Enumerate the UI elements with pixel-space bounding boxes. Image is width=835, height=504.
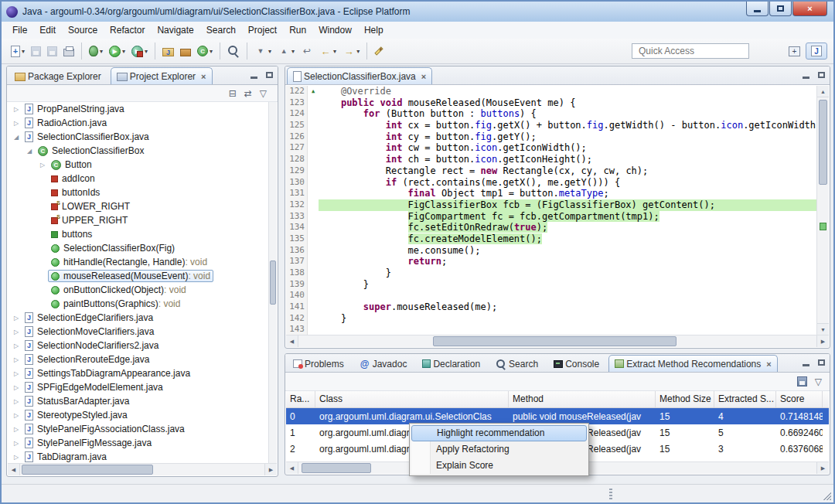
column-header-extracted-s[interactable]: Extracted S... bbox=[714, 391, 776, 407]
collapse-all-icon[interactable]: ⊟ bbox=[229, 88, 237, 99]
tree-item[interactable]: ▷StatusBarAdapter.java bbox=[8, 394, 268, 408]
scroll-left-button[interactable]: ◀ bbox=[8, 464, 20, 475]
dropdown-arrow-icon[interactable]: ▾ bbox=[122, 48, 125, 55]
view-menu-icon[interactable]: ▽ bbox=[815, 376, 822, 387]
scroll-down-button[interactable]: ▼ bbox=[817, 323, 829, 335]
maximize-button[interactable] bbox=[769, 2, 792, 16]
column-header-score[interactable]: Score bbox=[776, 391, 823, 407]
forward-button[interactable]: →▾ bbox=[339, 42, 363, 60]
menu-file[interactable]: File bbox=[6, 22, 33, 38]
tree-expander-icon[interactable]: ▷ bbox=[11, 454, 22, 461]
tree-hscrollbar[interactable]: ◀ ▶ bbox=[8, 463, 277, 475]
tree-item[interactable]: ◢SelectionClassifierBox.java bbox=[8, 130, 268, 144]
tab-javadoc[interactable]: Javadoc bbox=[353, 355, 416, 372]
code-line[interactable]: 141 super.mouseReleased(me); bbox=[286, 301, 816, 313]
code-line[interactable]: 124 for (Button button : buttons) { bbox=[286, 108, 816, 120]
close-button[interactable]: × bbox=[792, 2, 827, 16]
tree-item[interactable]: ◢SelectionClassifierBox bbox=[8, 144, 268, 158]
code-line[interactable]: 133 FigCompartment fc = fcb.getCompartme… bbox=[286, 211, 816, 223]
menu-navigate[interactable]: Navigate bbox=[151, 22, 199, 38]
code-line[interactable]: 137 return; bbox=[286, 256, 816, 267]
code-line[interactable]: 138 } bbox=[286, 267, 816, 279]
tree-expander-icon[interactable]: ▷ bbox=[11, 120, 22, 127]
scroll-right-button[interactable]: ▶ bbox=[816, 462, 829, 474]
dropdown-arrow-icon[interactable]: ▾ bbox=[356, 48, 360, 55]
menu-window[interactable]: Window bbox=[312, 22, 358, 38]
save-icon[interactable] bbox=[797, 376, 807, 387]
tree-item[interactable]: ▷SelectionMoveClarifiers.java bbox=[8, 325, 268, 339]
menu-run[interactable]: Run bbox=[283, 22, 312, 38]
java-perspective-button[interactable]: J bbox=[806, 43, 827, 60]
dropdown-arrow-icon[interactable]: ▾ bbox=[333, 48, 336, 55]
code-line[interactable]: 139 } bbox=[286, 279, 816, 291]
tree-item[interactable]: ▷RadioAction.java bbox=[8, 116, 268, 130]
menu-project[interactable]: Project bbox=[242, 22, 283, 38]
code-line[interactable]: 126 int cy = button.fig.getY(); bbox=[286, 131, 816, 143]
tree-item[interactable]: paintButtons(Graphics) : void bbox=[8, 297, 268, 311]
code-line[interactable]: 125 int cx = button.fig.getX() + button.… bbox=[286, 120, 816, 131]
menu-refactor[interactable]: Refactor bbox=[104, 22, 151, 38]
tab-extract-method-recomendations[interactable]: Extract Method Recomendations× bbox=[608, 355, 778, 372]
code-line[interactable]: 143 bbox=[286, 324, 816, 335]
minimize-view-button[interactable] bbox=[800, 70, 811, 80]
tree-item[interactable]: buttonIds bbox=[8, 186, 268, 199]
tree-item[interactable]: ▷SelectionEdgeClarifiers.java bbox=[8, 311, 268, 325]
dropdown-arrow-icon[interactable]: ▾ bbox=[100, 48, 103, 55]
tree-item[interactable]: hitHandle(Rectangle, Handle) : void bbox=[8, 255, 268, 269]
link-with-editor-icon[interactable]: ⇄ bbox=[244, 88, 252, 99]
tree-item[interactable]: ▷SettingsTabDiagramAppearance.java bbox=[8, 366, 268, 380]
tab-search[interactable]: Search bbox=[489, 355, 547, 372]
tab-project-explorer[interactable]: Project Explorer× bbox=[111, 67, 213, 84]
maximize-view-button[interactable] bbox=[816, 70, 826, 80]
code-line[interactable]: 131 final Object tmp1 = button.metaType; bbox=[286, 188, 816, 199]
close-tab-icon[interactable]: × bbox=[421, 72, 426, 81]
dropdown-arrow-icon[interactable]: ▾ bbox=[291, 48, 295, 55]
code-line[interactable]: 122▲ @Override bbox=[286, 86, 816, 97]
dropdown-arrow-icon[interactable]: ▾ bbox=[145, 48, 148, 55]
java-search-button[interactable] bbox=[224, 42, 243, 60]
editor-hscrollbar[interactable]: ◀ ▶ bbox=[286, 335, 829, 347]
close-tab-icon[interactable]: × bbox=[766, 359, 771, 369]
scroll-right-button[interactable]: ▶ bbox=[816, 335, 829, 347]
menu-help[interactable]: Help bbox=[358, 22, 390, 38]
quick-access-input[interactable] bbox=[632, 43, 749, 59]
code-line[interactable]: 142 } bbox=[286, 313, 816, 325]
tree-item[interactable]: SelectionClassifierBox(Fig) bbox=[8, 241, 268, 255]
tree-expander-icon[interactable]: ▷ bbox=[11, 398, 22, 405]
column-header-method[interactable]: Method bbox=[509, 391, 656, 407]
mark-occurrences-button[interactable] bbox=[371, 46, 387, 56]
code-line[interactable]: 134 fc.setEditOnRedraw(true); bbox=[286, 222, 816, 233]
tree-item[interactable]: UPPER_RIGHT bbox=[8, 213, 268, 227]
tree-expander-icon[interactable]: ▷ bbox=[11, 426, 22, 433]
column-header-class[interactable]: Class bbox=[315, 391, 509, 407]
code-line[interactable]: 132 FigClassifierBox fcb = (FigClassifie… bbox=[286, 199, 816, 211]
code-line[interactable]: 128 int ch = button.icon.getIconHeight()… bbox=[286, 154, 816, 165]
tree-expander-icon[interactable]: ▷ bbox=[11, 384, 22, 391]
menu-edit[interactable]: Edit bbox=[33, 22, 62, 38]
code-line[interactable]: 130 if (rect.contains(me.getX(), me.getY… bbox=[286, 177, 816, 189]
tree-expander-icon[interactable]: ◢ bbox=[11, 134, 22, 141]
table-row[interactable]: 0org.argouml.uml.diagram.ui.SelectionCla… bbox=[286, 408, 829, 424]
run-button[interactable]: ▶▾ bbox=[106, 43, 128, 60]
scroll-left-button[interactable]: ◀ bbox=[286, 335, 298, 347]
tree-item[interactable]: ▷SPFigEdgeModelElement.java bbox=[8, 380, 268, 394]
code-line[interactable]: 140 bbox=[286, 290, 816, 301]
tree-expander-icon[interactable]: ▷ bbox=[11, 370, 22, 377]
minimize-view-button[interactable] bbox=[248, 70, 259, 80]
tree-item[interactable]: ▷SelectionRerouteEdge.java bbox=[8, 352, 268, 366]
tree-expander-icon[interactable]: ▷ bbox=[37, 162, 48, 169]
tab-problems[interactable]: Problems bbox=[287, 355, 353, 372]
editor-hscrollbar-thumb[interactable] bbox=[433, 336, 677, 346]
code-line[interactable]: 135 fc.createModelElement(); bbox=[286, 233, 816, 245]
table-hscrollbar-thumb[interactable] bbox=[302, 463, 371, 473]
tree-item[interactable]: onButtonClicked(Object) : void bbox=[8, 283, 268, 297]
editor-vscrollbar-thumb[interactable] bbox=[819, 100, 827, 185]
previous-annotation-button[interactable]: ▲▾ bbox=[274, 42, 298, 60]
tree-item[interactable]: ▷Button bbox=[8, 158, 268, 172]
view-menu-icon[interactable]: ▽ bbox=[260, 88, 267, 99]
tree-hscrollbar-thumb[interactable] bbox=[22, 465, 153, 475]
new-java-project-button[interactable]: J bbox=[159, 43, 177, 60]
scroll-right-button[interactable]: ▶ bbox=[264, 464, 277, 475]
code-line[interactable]: 129 Rectangle rect = new Rectangle(cx, c… bbox=[286, 165, 816, 177]
tree-item[interactable]: ▷SelectionNodeClarifiers2.java bbox=[8, 339, 268, 352]
